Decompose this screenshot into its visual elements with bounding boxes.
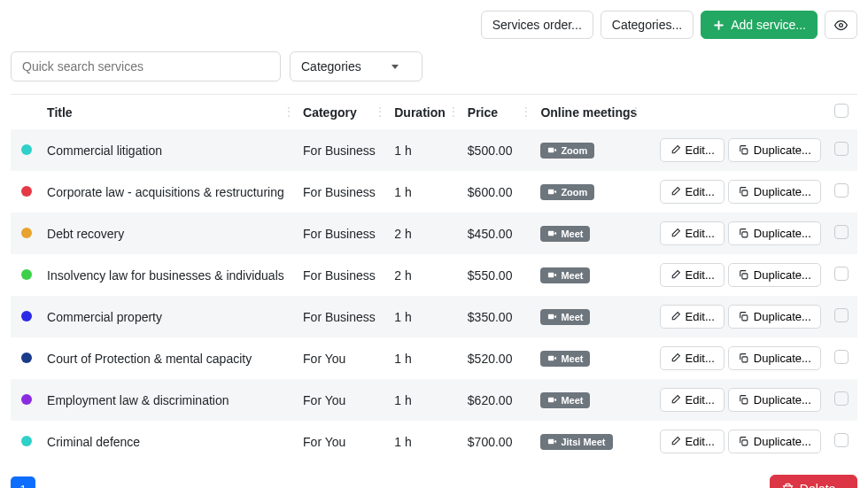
- row-checkbox[interactable]: [834, 308, 849, 322]
- cell-price: $600.00: [462, 171, 536, 213]
- duplicate-button[interactable]: Duplicate...: [728, 180, 821, 204]
- svg-marker-25: [554, 440, 557, 444]
- add-service-button[interactable]: Add service...: [701, 11, 818, 39]
- svg-point-2: [840, 23, 843, 27]
- cell-category: For Business: [298, 213, 389, 254]
- color-dot: [21, 436, 32, 446]
- row-checkbox[interactable]: [834, 350, 849, 364]
- svg-rect-3: [548, 148, 554, 153]
- online-badge: Meet: [540, 392, 590, 408]
- cell-duration: 1 h: [389, 421, 462, 462]
- edit-button[interactable]: Edit...: [660, 180, 725, 204]
- delete-label: Delete...: [800, 482, 846, 488]
- categories-label: Categories...: [612, 18, 682, 32]
- edit-button[interactable]: Edit...: [660, 305, 725, 329]
- cell-price: $700.00: [462, 421, 536, 462]
- cell-title: Commercial litigation: [42, 129, 298, 171]
- cell-duration: 2 h: [389, 254, 462, 296]
- edit-button[interactable]: Edit...: [660, 388, 725, 412]
- svg-rect-15: [548, 314, 554, 320]
- duplicate-button[interactable]: Duplicate...: [728, 221, 821, 245]
- row-checkbox[interactable]: [834, 225, 849, 239]
- svg-rect-5: [742, 149, 748, 154]
- eye-icon: [834, 19, 848, 32]
- cell-category: For Business: [298, 171, 389, 213]
- online-badge: Meet: [540, 226, 590, 242]
- cell-title: Commercial property: [42, 296, 298, 337]
- duplicate-button[interactable]: Duplicate...: [728, 430, 821, 453]
- svg-marker-13: [554, 274, 557, 277]
- search-input[interactable]: [11, 51, 281, 81]
- header-online[interactable]: Online meetings⋮: [535, 95, 645, 130]
- svg-marker-22: [554, 399, 557, 402]
- sort-icon: ⋮: [375, 105, 384, 118]
- cell-category: For Business: [298, 129, 389, 171]
- row-checkbox[interactable]: [834, 267, 849, 281]
- table-row: Court of Protection & mental capacityFor…: [11, 337, 857, 379]
- cell-price: $350.00: [462, 296, 536, 337]
- cell-title: Debt recovery: [42, 213, 298, 254]
- header-duration[interactable]: Duration⋮: [389, 95, 462, 130]
- duplicate-button[interactable]: Duplicate...: [728, 346, 821, 370]
- header-category[interactable]: Category⋮: [298, 95, 389, 130]
- svg-rect-18: [548, 356, 554, 361]
- cell-category: For You: [298, 379, 389, 421]
- page-1-button[interactable]: 1: [11, 476, 35, 488]
- cell-duration: 2 h: [389, 213, 462, 254]
- svg-rect-9: [548, 231, 554, 236]
- svg-rect-24: [548, 439, 554, 445]
- header-title[interactable]: Title⋮: [42, 95, 298, 130]
- row-checkbox[interactable]: [834, 391, 849, 406]
- category-select[interactable]: Categories: [290, 51, 422, 81]
- online-badge: Zoom: [540, 184, 594, 200]
- select-all-checkbox[interactable]: [834, 104, 849, 118]
- cell-category: For You: [298, 337, 389, 379]
- category-select-label: Categories: [301, 59, 361, 74]
- categories-button[interactable]: Categories...: [601, 11, 694, 39]
- row-checkbox[interactable]: [834, 142, 849, 156]
- color-dot: [21, 352, 32, 363]
- online-badge: Meet: [540, 309, 590, 325]
- svg-marker-19: [554, 357, 557, 360]
- sort-icon: ⋮: [283, 105, 292, 118]
- color-dot: [21, 228, 32, 238]
- cell-duration: 1 h: [389, 129, 462, 171]
- delete-button[interactable]: Delete...: [770, 475, 857, 488]
- services-order-label: Services order...: [492, 18, 582, 32]
- duplicate-button[interactable]: Duplicate...: [728, 138, 821, 162]
- svg-rect-23: [742, 399, 748, 404]
- edit-button[interactable]: Edit...: [660, 430, 725, 453]
- table-row: Debt recoveryFor Business2 h$450.00MeetE…: [11, 213, 857, 254]
- cell-duration: 1 h: [389, 171, 462, 213]
- online-badge: Jitsi Meet: [540, 434, 612, 450]
- svg-rect-11: [742, 232, 748, 237]
- color-dot: [21, 144, 32, 155]
- duplicate-button[interactable]: Duplicate...: [728, 388, 821, 412]
- table-row: Insolvency law for businesses & individu…: [11, 254, 857, 296]
- sort-icon: ⋮: [521, 105, 530, 118]
- edit-button[interactable]: Edit...: [660, 138, 725, 162]
- trash-icon: [781, 483, 794, 489]
- svg-rect-8: [742, 190, 748, 196]
- color-dot: [21, 269, 32, 280]
- svg-marker-4: [554, 149, 557, 152]
- cell-category: For You: [298, 421, 389, 462]
- row-checkbox[interactable]: [834, 183, 849, 198]
- color-dot: [21, 311, 32, 321]
- preview-button[interactable]: [825, 11, 857, 39]
- duplicate-button[interactable]: Duplicate...: [728, 263, 821, 287]
- sort-icon: ⋮: [631, 105, 639, 118]
- row-checkbox[interactable]: [834, 433, 849, 447]
- cell-title: Criminal defence: [42, 421, 298, 462]
- edit-button[interactable]: Edit...: [660, 263, 725, 287]
- duplicate-button[interactable]: Duplicate...: [728, 305, 821, 329]
- edit-button[interactable]: Edit...: [660, 221, 725, 245]
- svg-rect-26: [742, 440, 748, 445]
- services-order-button[interactable]: Services order...: [481, 11, 593, 39]
- svg-rect-20: [742, 357, 748, 362]
- cell-title: Court of Protection & mental capacity: [42, 337, 298, 379]
- header-price[interactable]: Price⋮: [462, 95, 536, 130]
- svg-marker-16: [554, 315, 557, 319]
- online-badge: Zoom: [540, 143, 594, 159]
- edit-button[interactable]: Edit...: [660, 346, 725, 370]
